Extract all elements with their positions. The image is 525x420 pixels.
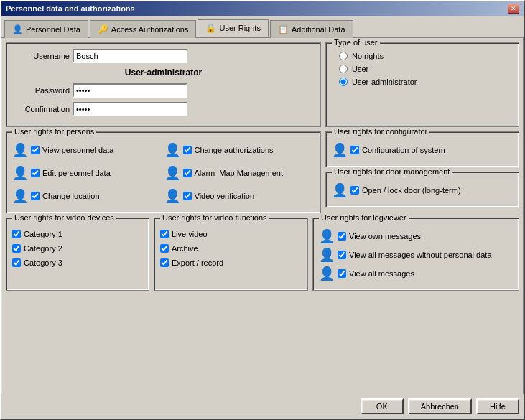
door-box: User rights for door management 👤 Open /… bbox=[325, 172, 519, 207]
middle-right: User rights for configurator 👤 Configura… bbox=[325, 131, 519, 213]
type-of-user-label: Type of user bbox=[332, 38, 380, 47]
username-label: Username bbox=[12, 52, 70, 60]
user-rights-icon: 🔒 bbox=[205, 23, 216, 33]
checkbox-change-location: 👤 Change location bbox=[12, 188, 163, 204]
radio-admin: User-administrator bbox=[333, 78, 511, 86]
label-change-auth: Change authorizations bbox=[195, 146, 274, 154]
cb-alarm-map[interactable] bbox=[183, 169, 192, 177]
persons-group-label: User rights for persons bbox=[12, 127, 96, 136]
cb-video-verification[interactable] bbox=[183, 192, 192, 200]
door-group-label: User rights for door management bbox=[332, 167, 452, 176]
persons-box: User rights for persons 👤 View personnel… bbox=[6, 131, 321, 213]
radio-user: User bbox=[333, 65, 511, 73]
window-title: Personnel data and authorizations bbox=[6, 4, 135, 13]
checkbox-view-all: 👤 View all messages bbox=[319, 266, 513, 281]
tab-additional[interactable]: 📋 Additional Data bbox=[270, 20, 353, 38]
user-info-box: Username User-administrator Password Con… bbox=[6, 42, 321, 127]
configurator-group-label: User rights for configurator bbox=[332, 127, 429, 136]
checkbox-edit-personnel: 👤 Edit personnel data bbox=[12, 165, 163, 181]
middle-section: User rights for persons 👤 View personnel… bbox=[6, 131, 519, 213]
top-section: Username User-administrator Password Con… bbox=[6, 42, 519, 127]
cb-archive[interactable] bbox=[160, 244, 169, 253]
tab-user-rights[interactable]: 🔒 User Rights bbox=[198, 19, 268, 37]
checkbox-config-system: 👤 Configuration of system bbox=[332, 142, 513, 158]
radio-user-input[interactable] bbox=[339, 65, 348, 73]
persons-grid: 👤 View personnel data 👤 Change authoriza… bbox=[12, 139, 315, 207]
radio-no-rights: No rights bbox=[333, 52, 511, 60]
label-view-personnel: View personnel data bbox=[42, 146, 113, 154]
cb-config-system[interactable] bbox=[350, 146, 359, 154]
radio-no-rights-input[interactable] bbox=[339, 52, 348, 60]
password-label: Password bbox=[12, 86, 70, 95]
password-input[interactable] bbox=[73, 83, 187, 98]
help-button[interactable]: Hilfe bbox=[476, 398, 519, 414]
cb-change-location[interactable] bbox=[31, 192, 40, 200]
checkbox-open-lock: 👤 Open / lock door (long-term) bbox=[332, 182, 513, 198]
cb-view-personnel[interactable] bbox=[31, 146, 40, 154]
checkbox-live-video: Live video bbox=[160, 228, 302, 240]
video-functions-box: User rights for video functions Live vid… bbox=[154, 218, 308, 291]
user-icon-3: 👤 bbox=[12, 167, 28, 179]
title-bar: Personnel data and authorizations ✕ bbox=[1, 1, 524, 16]
user-icon-9: 👤 bbox=[319, 230, 335, 243]
ok-button[interactable]: OK bbox=[361, 398, 404, 414]
radio-no-rights-label: No rights bbox=[352, 52, 384, 60]
label-cat3: Category 3 bbox=[24, 258, 62, 267]
user-icon-2: 👤 bbox=[164, 144, 180, 157]
tab-access[interactable]: 🔑 Access Authorizations bbox=[90, 20, 197, 38]
cb-change-auth[interactable] bbox=[183, 146, 192, 154]
bottom-section: User rights for video devices Category 1… bbox=[6, 218, 519, 291]
checkbox-alarm-map: 👤 Alarm_Map Management bbox=[164, 165, 315, 181]
logviewer-group-label: User rights for logviewer bbox=[319, 213, 409, 222]
radio-user-label: User bbox=[352, 65, 368, 73]
checkbox-view-own: 👤 View own messages bbox=[319, 228, 513, 244]
tab-bar: 👤 Personnel Data 🔑 Access Authorizations… bbox=[1, 16, 524, 38]
password-row: Password bbox=[12, 83, 315, 98]
confirmation-row: Confirmation bbox=[12, 102, 315, 116]
cb-cat3[interactable] bbox=[12, 258, 21, 267]
additional-icon: 📋 bbox=[278, 24, 289, 34]
checkbox-cat1: Category 1 bbox=[12, 228, 143, 240]
video-functions-group-label: User rights for video functions bbox=[160, 213, 269, 222]
radio-admin-label: User-administrator bbox=[352, 78, 417, 86]
checkbox-view-personnel: 👤 View personnel data bbox=[12, 142, 163, 158]
label-archive: Archive bbox=[172, 244, 198, 253]
user-icon-8: 👤 bbox=[332, 184, 348, 197]
cb-view-own[interactable] bbox=[338, 232, 346, 241]
tab-additional-label: Additional Data bbox=[292, 25, 345, 34]
button-bar: OK Abbrechen Hilfe bbox=[1, 394, 524, 419]
content-area: Username User-administrator Password Con… bbox=[1, 38, 524, 394]
cb-view-all-no-personal[interactable] bbox=[338, 251, 346, 259]
radio-admin-input[interactable] bbox=[339, 78, 348, 86]
cb-cat1[interactable] bbox=[12, 230, 21, 238]
label-view-all: View all messages bbox=[349, 269, 414, 278]
cb-export[interactable] bbox=[160, 258, 169, 267]
user-icon-10: 👤 bbox=[319, 248, 335, 261]
user-role-title: User-administrator bbox=[12, 67, 315, 78]
cb-edit-personnel[interactable] bbox=[31, 169, 40, 177]
username-row: Username bbox=[12, 49, 315, 63]
user-icon-1: 👤 bbox=[12, 144, 28, 157]
cancel-button[interactable]: Abbrechen bbox=[408, 398, 472, 414]
label-alarm-map: Alarm_Map Management bbox=[195, 169, 284, 177]
main-window: Personnel data and authorizations ✕ 👤 Pe… bbox=[0, 0, 525, 420]
username-input[interactable] bbox=[73, 49, 187, 63]
checkbox-change-auth: 👤 Change authorizations bbox=[164, 142, 315, 158]
label-change-location: Change location bbox=[42, 192, 100, 200]
confirmation-label: Confirmation bbox=[12, 105, 70, 113]
logviewer-box: User rights for logviewer 👤 View own mes… bbox=[312, 218, 519, 291]
tab-personnel-label: Personnel Data bbox=[26, 25, 80, 34]
checkbox-video-verification: 👤 Video verification bbox=[164, 188, 315, 204]
confirmation-input[interactable] bbox=[73, 102, 187, 116]
video-devices-box: User rights for video devices Category 1… bbox=[6, 218, 149, 291]
cb-cat2[interactable] bbox=[12, 244, 21, 253]
close-button[interactable]: ✕ bbox=[508, 4, 519, 14]
cb-live-video[interactable] bbox=[160, 230, 169, 238]
cb-view-all[interactable] bbox=[338, 269, 346, 278]
label-open-lock: Open / lock door (long-term) bbox=[362, 186, 461, 195]
cb-open-lock[interactable] bbox=[350, 186, 359, 195]
tab-user-rights-label: User Rights bbox=[219, 24, 260, 32]
checkbox-view-all-no-personal: 👤 View all messages without personal dat… bbox=[319, 247, 513, 263]
checkbox-cat3: Category 3 bbox=[12, 257, 143, 269]
tab-personnel[interactable]: 👤 Personnel Data bbox=[4, 20, 88, 38]
